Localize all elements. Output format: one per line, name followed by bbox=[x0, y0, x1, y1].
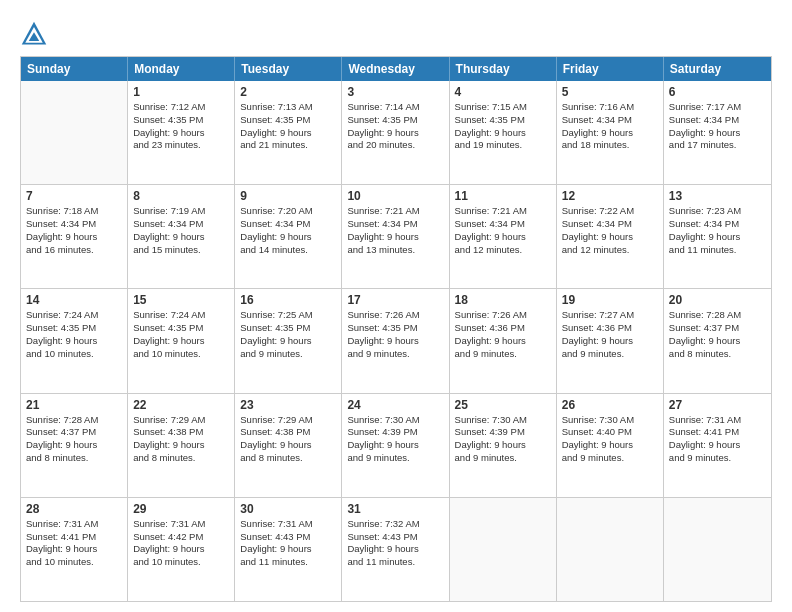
daylight-text-cont: and 11 minutes. bbox=[669, 244, 766, 257]
day-cell-10: 10Sunrise: 7:21 AMSunset: 4:34 PMDayligh… bbox=[342, 185, 449, 288]
sunset-text: Sunset: 4:36 PM bbox=[562, 322, 658, 335]
sunset-text: Sunset: 4:38 PM bbox=[133, 426, 229, 439]
day-number: 3 bbox=[347, 85, 443, 99]
day-cell-11: 11Sunrise: 7:21 AMSunset: 4:34 PMDayligh… bbox=[450, 185, 557, 288]
daylight-text: Daylight: 9 hours bbox=[26, 543, 122, 556]
daylight-text-cont: and 12 minutes. bbox=[562, 244, 658, 257]
day-number: 31 bbox=[347, 502, 443, 516]
sunrise-text: Sunrise: 7:17 AM bbox=[669, 101, 766, 114]
day-cell-14: 14Sunrise: 7:24 AMSunset: 4:35 PMDayligh… bbox=[21, 289, 128, 392]
daylight-text-cont: and 23 minutes. bbox=[133, 139, 229, 152]
sunrise-text: Sunrise: 7:30 AM bbox=[455, 414, 551, 427]
daylight-text: Daylight: 9 hours bbox=[669, 335, 766, 348]
sunset-text: Sunset: 4:35 PM bbox=[455, 114, 551, 127]
sunset-text: Sunset: 4:41 PM bbox=[26, 531, 122, 544]
daylight-text-cont: and 11 minutes. bbox=[347, 556, 443, 569]
day-cell-23: 23Sunrise: 7:29 AMSunset: 4:38 PMDayligh… bbox=[235, 394, 342, 497]
sunrise-text: Sunrise: 7:21 AM bbox=[347, 205, 443, 218]
daylight-text: Daylight: 9 hours bbox=[26, 231, 122, 244]
day-number: 18 bbox=[455, 293, 551, 307]
sunrise-text: Sunrise: 7:30 AM bbox=[562, 414, 658, 427]
day-number: 15 bbox=[133, 293, 229, 307]
sunset-text: Sunset: 4:37 PM bbox=[26, 426, 122, 439]
sunrise-text: Sunrise: 7:19 AM bbox=[133, 205, 229, 218]
calendar-page: SundayMondayTuesdayWednesdayThursdayFrid… bbox=[0, 0, 792, 612]
daylight-text-cont: and 18 minutes. bbox=[562, 139, 658, 152]
sunrise-text: Sunrise: 7:16 AM bbox=[562, 101, 658, 114]
day-number: 2 bbox=[240, 85, 336, 99]
sunrise-text: Sunrise: 7:23 AM bbox=[669, 205, 766, 218]
daylight-text: Daylight: 9 hours bbox=[562, 439, 658, 452]
sunset-text: Sunset: 4:40 PM bbox=[562, 426, 658, 439]
sunset-text: Sunset: 4:34 PM bbox=[669, 218, 766, 231]
daylight-text-cont: and 10 minutes. bbox=[133, 556, 229, 569]
calendar-row-2: 14Sunrise: 7:24 AMSunset: 4:35 PMDayligh… bbox=[21, 289, 771, 393]
daylight-text: Daylight: 9 hours bbox=[455, 335, 551, 348]
sunrise-text: Sunrise: 7:24 AM bbox=[26, 309, 122, 322]
sunset-text: Sunset: 4:35 PM bbox=[240, 114, 336, 127]
day-cell-19: 19Sunrise: 7:27 AMSunset: 4:36 PMDayligh… bbox=[557, 289, 664, 392]
daylight-text: Daylight: 9 hours bbox=[133, 439, 229, 452]
sunrise-text: Sunrise: 7:24 AM bbox=[133, 309, 229, 322]
daylight-text: Daylight: 9 hours bbox=[455, 127, 551, 140]
daylight-text-cont: and 17 minutes. bbox=[669, 139, 766, 152]
sunset-text: Sunset: 4:34 PM bbox=[562, 114, 658, 127]
day-number: 10 bbox=[347, 189, 443, 203]
sunrise-text: Sunrise: 7:31 AM bbox=[26, 518, 122, 531]
day-cell-26: 26Sunrise: 7:30 AMSunset: 4:40 PMDayligh… bbox=[557, 394, 664, 497]
sunrise-text: Sunrise: 7:26 AM bbox=[455, 309, 551, 322]
daylight-text: Daylight: 9 hours bbox=[347, 439, 443, 452]
calendar-row-4: 28Sunrise: 7:31 AMSunset: 4:41 PMDayligh… bbox=[21, 498, 771, 601]
day-number: 8 bbox=[133, 189, 229, 203]
daylight-text: Daylight: 9 hours bbox=[562, 231, 658, 244]
daylight-text: Daylight: 9 hours bbox=[347, 127, 443, 140]
daylight-text-cont: and 8 minutes. bbox=[26, 452, 122, 465]
day-cell-5: 5Sunrise: 7:16 AMSunset: 4:34 PMDaylight… bbox=[557, 81, 664, 184]
sunrise-text: Sunrise: 7:22 AM bbox=[562, 205, 658, 218]
daylight-text-cont: and 9 minutes. bbox=[455, 348, 551, 361]
daylight-text: Daylight: 9 hours bbox=[133, 335, 229, 348]
day-number: 25 bbox=[455, 398, 551, 412]
sunset-text: Sunset: 4:39 PM bbox=[455, 426, 551, 439]
daylight-text-cont: and 20 minutes. bbox=[347, 139, 443, 152]
daylight-text: Daylight: 9 hours bbox=[240, 543, 336, 556]
calendar-body: 1Sunrise: 7:12 AMSunset: 4:35 PMDaylight… bbox=[21, 81, 771, 601]
day-cell-28: 28Sunrise: 7:31 AMSunset: 4:41 PMDayligh… bbox=[21, 498, 128, 601]
day-number: 22 bbox=[133, 398, 229, 412]
day-cell-30: 30Sunrise: 7:31 AMSunset: 4:43 PMDayligh… bbox=[235, 498, 342, 601]
header-day-sunday: Sunday bbox=[21, 57, 128, 81]
daylight-text: Daylight: 9 hours bbox=[562, 335, 658, 348]
day-number: 9 bbox=[240, 189, 336, 203]
sunrise-text: Sunrise: 7:27 AM bbox=[562, 309, 658, 322]
header-day-friday: Friday bbox=[557, 57, 664, 81]
sunrise-text: Sunrise: 7:28 AM bbox=[669, 309, 766, 322]
logo-icon bbox=[20, 20, 48, 48]
header-day-saturday: Saturday bbox=[664, 57, 771, 81]
day-cell-12: 12Sunrise: 7:22 AMSunset: 4:34 PMDayligh… bbox=[557, 185, 664, 288]
day-number: 26 bbox=[562, 398, 658, 412]
sunset-text: Sunset: 4:34 PM bbox=[562, 218, 658, 231]
day-cell-18: 18Sunrise: 7:26 AMSunset: 4:36 PMDayligh… bbox=[450, 289, 557, 392]
daylight-text: Daylight: 9 hours bbox=[133, 127, 229, 140]
empty-cell bbox=[664, 498, 771, 601]
logo bbox=[20, 20, 50, 48]
sunset-text: Sunset: 4:39 PM bbox=[347, 426, 443, 439]
sunrise-text: Sunrise: 7:13 AM bbox=[240, 101, 336, 114]
sunset-text: Sunset: 4:37 PM bbox=[669, 322, 766, 335]
day-cell-24: 24Sunrise: 7:30 AMSunset: 4:39 PMDayligh… bbox=[342, 394, 449, 497]
sunrise-text: Sunrise: 7:18 AM bbox=[26, 205, 122, 218]
daylight-text: Daylight: 9 hours bbox=[240, 439, 336, 452]
header bbox=[20, 16, 772, 48]
day-cell-29: 29Sunrise: 7:31 AMSunset: 4:42 PMDayligh… bbox=[128, 498, 235, 601]
daylight-text-cont: and 14 minutes. bbox=[240, 244, 336, 257]
sunset-text: Sunset: 4:43 PM bbox=[240, 531, 336, 544]
sunset-text: Sunset: 4:34 PM bbox=[26, 218, 122, 231]
day-number: 14 bbox=[26, 293, 122, 307]
day-cell-6: 6Sunrise: 7:17 AMSunset: 4:34 PMDaylight… bbox=[664, 81, 771, 184]
sunset-text: Sunset: 4:34 PM bbox=[133, 218, 229, 231]
day-cell-22: 22Sunrise: 7:29 AMSunset: 4:38 PMDayligh… bbox=[128, 394, 235, 497]
daylight-text: Daylight: 9 hours bbox=[455, 231, 551, 244]
daylight-text: Daylight: 9 hours bbox=[133, 231, 229, 244]
day-number: 1 bbox=[133, 85, 229, 99]
day-number: 16 bbox=[240, 293, 336, 307]
